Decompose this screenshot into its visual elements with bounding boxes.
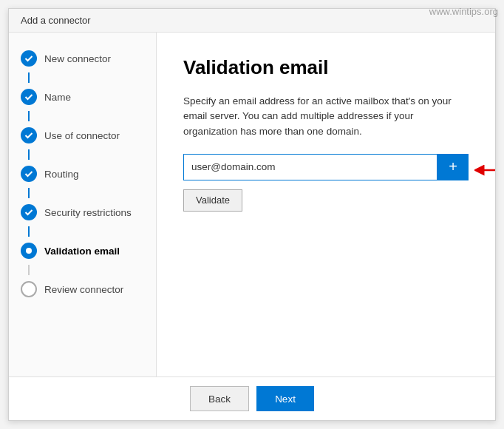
- sidebar: New connector Name Use of connector: [9, 33, 157, 376]
- next-button[interactable]: Next: [256, 386, 314, 411]
- step-line-4: [28, 188, 30, 198]
- main-content: Validation email Specify an email addres…: [157, 33, 495, 376]
- step-icon-name: [21, 89, 37, 105]
- step-line-2: [28, 111, 30, 121]
- sidebar-label-use-of-connector: Use of connector: [44, 130, 120, 141]
- email-input-row: +: [183, 154, 469, 180]
- step-icon-security-restrictions: [21, 204, 37, 220]
- description: Specify an email address for an active m…: [183, 94, 469, 139]
- add-connector-dialog: Add a connector New connector: [8, 8, 496, 421]
- sidebar-item-name[interactable]: Name: [9, 83, 156, 111]
- step-line-3: [28, 149, 30, 160]
- sidebar-item-security-restrictions[interactable]: Security restrictions: [9, 198, 156, 226]
- dialog-header: Add a connector: [9, 9, 495, 33]
- sidebar-label-validation-email: Validation email: [44, 246, 120, 257]
- dialog-title: Add a connector: [21, 15, 91, 26]
- step-line-6: [28, 265, 30, 275]
- sidebar-label-name: Name: [44, 92, 71, 103]
- page-title: Validation email: [183, 56, 469, 79]
- sidebar-label-new-connector: New connector: [44, 53, 111, 64]
- sidebar-item-review-connector[interactable]: Review connector: [9, 275, 156, 303]
- dialog-footer: Back Next: [9, 376, 495, 420]
- step-icon-routing: [21, 166, 37, 182]
- sidebar-label-review-connector: Review connector: [44, 284, 123, 295]
- validate-button[interactable]: Validate: [183, 189, 242, 212]
- red-arrow-annotation: [474, 157, 495, 186]
- add-email-button[interactable]: +: [437, 154, 469, 180]
- sidebar-item-use-of-connector[interactable]: Use of connector: [9, 121, 156, 149]
- step-icon-use-of-connector: [21, 127, 37, 143]
- sidebar-item-validation-email[interactable]: Validation email: [9, 237, 156, 265]
- validate-row: Validate: [183, 189, 469, 212]
- step-line-1: [28, 72, 30, 83]
- add-icon: +: [449, 158, 457, 175]
- sidebar-label-security-restrictions: Security restrictions: [44, 207, 132, 218]
- step-icon-review-connector: [21, 281, 37, 297]
- step-icon-new-connector: [21, 50, 37, 67]
- step-line-5: [28, 226, 30, 237]
- sidebar-item-routing[interactable]: Routing: [9, 160, 156, 188]
- dialog-body: New connector Name Use of connector: [9, 33, 495, 376]
- back-button[interactable]: Back: [190, 386, 249, 411]
- sidebar-label-routing: Routing: [44, 169, 79, 180]
- step-icon-validation-email: [21, 243, 37, 259]
- input-wrapper: +: [183, 154, 469, 180]
- email-input[interactable]: [183, 154, 437, 180]
- sidebar-item-new-connector[interactable]: New connector: [9, 44, 156, 72]
